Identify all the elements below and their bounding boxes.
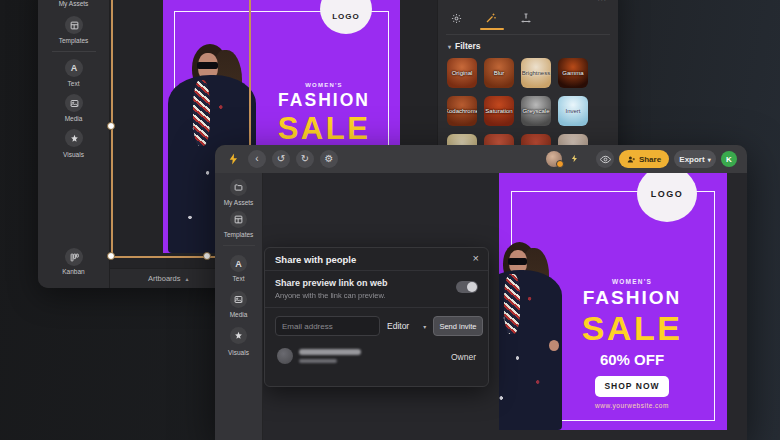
active-tab-underline [480, 28, 504, 30]
media-icon[interactable] [230, 291, 247, 308]
text-icon[interactable]: A [230, 255, 247, 272]
sidebar-item-templates[interactable]: Templates [215, 231, 262, 238]
tab-spacing-icon[interactable] [518, 10, 534, 26]
filter-thumb[interactable]: Original [447, 58, 477, 88]
front-canvas: LOGO WOMEN'S FASHION SALE 60% OFF SHO [263, 173, 747, 440]
sidebar-item-text[interactable]: Text [38, 80, 109, 87]
owner-role-label: Owner [451, 352, 476, 362]
toggle-knob [467, 282, 477, 292]
visuals-icon[interactable] [230, 327, 247, 344]
model-sunglasses [508, 258, 527, 265]
selection-handle-bottom-left[interactable] [107, 252, 115, 260]
bg-sidebar: My Assets Templates A Text Media Visuals… [38, 0, 110, 288]
selection-handle-bottom-mid[interactable] [203, 252, 211, 260]
desktop: My Assets Templates A Text Media Visuals… [0, 0, 780, 440]
selection-handle-mid-left[interactable] [107, 122, 115, 130]
filter-thumb[interactable]: Blur [484, 58, 514, 88]
filter-thumb[interactable]: Gamma [558, 58, 588, 88]
sidebar-divider [223, 245, 255, 246]
role-value: Editor [387, 321, 409, 331]
sidebar-item-kanban[interactable]: Kanban [38, 268, 109, 275]
send-invite-button[interactable]: Send invite [433, 316, 483, 336]
model-sunglasses [197, 62, 218, 70]
chevron-down-icon: ▾ [423, 323, 426, 330]
sidebar-item-text[interactable]: Text [215, 275, 262, 282]
poster-website[interactable]: www.yourwebsite.com [557, 402, 707, 409]
filter-thumb[interactable]: Kodachrome [447, 96, 477, 126]
role-dropdown[interactable]: Editor ▾ [387, 316, 431, 336]
chevron-down-icon: ▾ [448, 43, 451, 50]
filter-thumb[interactable]: Invert [558, 96, 588, 126]
filter-thumb[interactable]: Greyscale [521, 96, 551, 126]
visuals-icon[interactable] [65, 129, 83, 147]
close-icon[interactable]: × [473, 252, 479, 264]
templates-icon[interactable] [65, 16, 83, 34]
share-preview-subtext: Anyone with the link can preview. [275, 291, 385, 300]
share-preview-toggle[interactable] [456, 281, 478, 293]
filters-section-label: Filters [455, 41, 481, 51]
person-add-icon [627, 155, 636, 164]
kanban-icon[interactable] [65, 248, 83, 266]
undo-button[interactable]: ↺ [272, 150, 290, 168]
dialog-divider [265, 307, 488, 308]
poster-eyebrow[interactable]: WOMEN'S [557, 278, 707, 285]
redo-button[interactable]: ↻ [296, 150, 314, 168]
sidebar-divider [52, 51, 96, 52]
user-avatar[interactable]: K [721, 151, 737, 167]
owner-name-redacted [299, 349, 361, 355]
owner-email-redacted [299, 359, 337, 363]
artboards-label: Artboards [148, 274, 181, 283]
templates-icon[interactable] [230, 211, 247, 228]
filters-section-header[interactable]: ▾ Filters [448, 41, 481, 51]
panel-divider [446, 34, 610, 35]
filter-thumb[interactable]: Brightness [521, 58, 551, 88]
poster-title[interactable]: FASHION [557, 287, 707, 309]
email-input[interactable] [275, 316, 380, 336]
model-scarf [504, 274, 520, 334]
export-button[interactable]: Export ▾ [674, 150, 716, 168]
sidebar-item-my-assets[interactable]: My Assets [215, 199, 262, 206]
collaborator-status-badge [556, 160, 564, 168]
model-scarf [193, 80, 210, 147]
my-assets-folder-icon[interactable] [230, 179, 247, 196]
sidebar-item-media[interactable]: Media [215, 311, 262, 318]
share-preview-label: Share preview link on web [275, 278, 388, 288]
text-icon[interactable]: A [65, 59, 83, 77]
share-dialog: Share with people × Share preview link o… [264, 247, 489, 387]
tab-effects-wand-icon[interactable] [483, 10, 499, 26]
front-editor-window: ‹ ↺ ↻ ⚙ Share Export ▾ K [215, 145, 747, 440]
share-button[interactable]: Share [619, 150, 669, 168]
poster-cta-button[interactable]: SHOP NOW [595, 376, 669, 397]
poster-title[interactable]: FASHION [248, 90, 400, 111]
poster-eyebrow[interactable]: WOMEN'S [248, 82, 400, 88]
poster-text-block[interactable]: WOMEN'S FASHION SALE 60% OFF SHOP NOW ww… [557, 278, 707, 409]
sidebar-item-templates[interactable]: Templates [38, 37, 109, 44]
filter-thumb[interactable]: Saturation [484, 96, 514, 126]
owner-avatar [277, 348, 293, 364]
front-toolbar: ‹ ↺ ↻ ⚙ Share Export ▾ K [215, 145, 747, 173]
panel-more-icon[interactable]: ⋯ [597, 0, 608, 5]
poster-sale[interactable]: SALE [248, 113, 400, 144]
dialog-divider [265, 270, 488, 271]
chevron-down-icon: ▾ [708, 156, 711, 163]
sidebar-item-my-assets[interactable]: My Assets [38, 0, 109, 7]
preview-eye-button[interactable] [596, 150, 614, 168]
front-sidebar: My Assets Templates A Text Media Visuals [215, 173, 263, 440]
sidebar-item-media[interactable]: Media [38, 115, 109, 122]
sidebar-item-visuals[interactable]: Visuals [38, 151, 109, 158]
settings-gear-button[interactable]: ⚙ [320, 150, 338, 168]
app-logo-bolt-icon[interactable] [227, 152, 240, 166]
poster-sale[interactable]: SALE [557, 311, 707, 345]
collapse-icon[interactable]: ▴ [186, 275, 189, 282]
media-icon[interactable] [65, 94, 83, 112]
share-dialog-title: Share with people [265, 248, 488, 270]
upgrade-bolt-icon[interactable] [570, 153, 579, 164]
front-poster-artboard[interactable]: LOGO WOMEN'S FASHION SALE 60% OFF SHO [499, 173, 727, 430]
back-button[interactable]: ‹ [248, 150, 266, 168]
tab-settings-gear-icon[interactable] [448, 10, 464, 26]
sidebar-item-visuals[interactable]: Visuals [215, 349, 262, 356]
poster-offer[interactable]: 60% OFF [557, 351, 707, 368]
